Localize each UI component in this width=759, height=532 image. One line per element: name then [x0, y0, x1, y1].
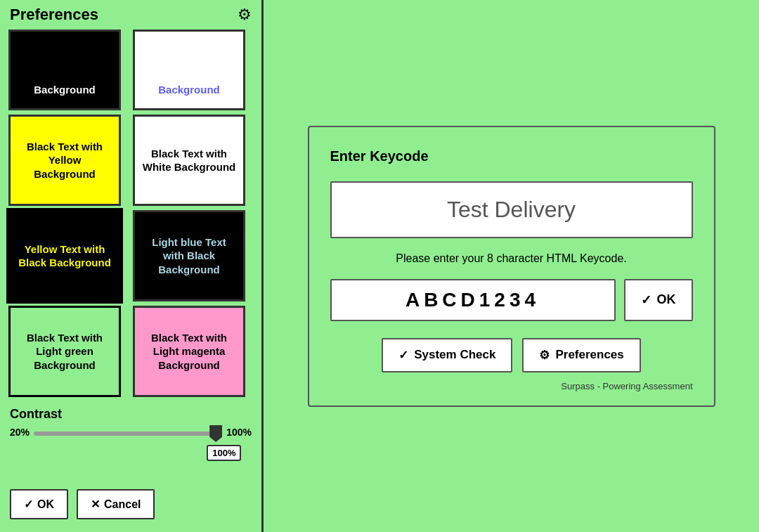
- surpass-credit: Surpass - Powering Assessment: [330, 381, 693, 391]
- theme-card-white-bg[interactable]: Black Text with White Background: [133, 115, 245, 206]
- system-check-button[interactable]: System Check: [382, 338, 512, 372]
- theme-card-lightgreen-bg[interactable]: Black Text with Light green Background: [8, 306, 121, 397]
- slider-min-label: 20%: [10, 427, 30, 438]
- bottom-buttons: OK Cancel: [10, 489, 155, 519]
- check-icon: [24, 498, 33, 511]
- theme-card-label: Black Text with Light magenta Background: [141, 331, 238, 372]
- slider-row: 20% 100% 100%: [10, 426, 252, 439]
- theme-card-lightmagenta-bg[interactable]: Black Text with Light magenta Background: [133, 306, 245, 397]
- slider-tooltip: 100%: [207, 445, 241, 461]
- theme-card-black-yellow[interactable]: Yellow Text with Black Background: [8, 210, 121, 301]
- ok-button[interactable]: OK: [10, 489, 68, 519]
- theme-card-black-lightblue[interactable]: Light blue Text with Black Background: [133, 210, 245, 301]
- contrast-slider[interactable]: [34, 432, 222, 436]
- panel-header: Preferences ⚙: [0, 0, 261, 30]
- preferences-button[interactable]: Preferences: [522, 338, 640, 372]
- keycode-input[interactable]: [330, 279, 616, 321]
- preferences-gear-icon: [539, 348, 550, 363]
- panel-title: Preferences: [10, 6, 98, 24]
- action-buttons: System Check Preferences: [330, 338, 693, 372]
- system-check-icon: [398, 348, 408, 363]
- slider-wrapper: 100%: [34, 426, 222, 439]
- cancel-button[interactable]: Cancel: [77, 489, 155, 519]
- ok-label: OK: [37, 498, 54, 511]
- settings-gear-icon[interactable]: ⚙: [238, 6, 252, 24]
- main-content: Enter Keycode Test Delivery Please enter…: [264, 0, 759, 532]
- theme-card-label: Black Text with Yellow Background: [16, 140, 113, 181]
- left-panel: Preferences ⚙ Background Background Blac…: [0, 0, 264, 532]
- theme-card-label: Black Text with White Background: [141, 147, 238, 174]
- theme-card-label: Black Text with Light green Background: [16, 331, 113, 372]
- slider-max-label: 100%: [226, 427, 252, 438]
- cancel-label: Cancel: [104, 498, 141, 511]
- theme-card-yellow-bg[interactable]: Black Text with Yellow Background: [8, 115, 121, 206]
- keycode-input-row: OK: [330, 279, 693, 321]
- theme-card-partial-black[interactable]: Background: [8, 30, 121, 110]
- ok-check-icon: [641, 292, 651, 308]
- x-icon: [91, 498, 100, 511]
- partial-card-label-2: Background: [158, 84, 220, 96]
- partial-card-label-1: Background: [34, 84, 96, 96]
- preferences-label: Preferences: [555, 348, 623, 362]
- theme-card-partial-white[interactable]: Background: [133, 30, 245, 110]
- keycode-panel: Enter Keycode Test Delivery Please enter…: [308, 126, 715, 407]
- contrast-label: Contrast: [10, 407, 252, 422]
- delivery-title: Test Delivery: [447, 197, 576, 222]
- theme-card-label: Light blue Text with Black Background: [141, 235, 238, 277]
- partial-cards-row: Background Background: [0, 30, 261, 110]
- keycode-ok-label: OK: [657, 292, 676, 307]
- keycode-panel-title: Enter Keycode: [330, 148, 693, 164]
- keycode-instruction: Please enter your 8 character HTML Keyco…: [330, 252, 693, 265]
- system-check-label: System Check: [414, 348, 495, 362]
- contrast-section: Contrast 20% 100% 100%: [0, 401, 261, 443]
- delivery-box: Test Delivery: [330, 181, 693, 238]
- theme-card-label: Yellow Text with Black Background: [17, 242, 112, 270]
- theme-grid: Black Text with Yellow Background Black …: [0, 110, 261, 401]
- keycode-ok-button[interactable]: OK: [624, 279, 693, 321]
